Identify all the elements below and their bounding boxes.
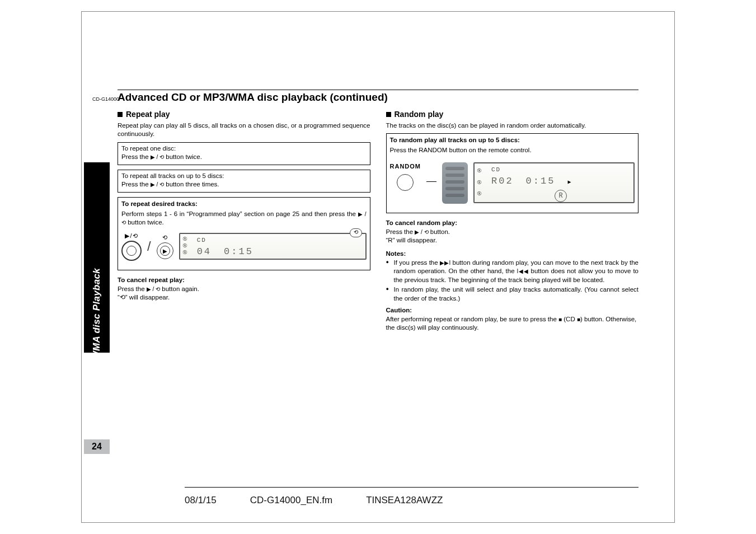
next-track-icon: ▶▶I: [440, 260, 450, 266]
side-tab: CD or MP3/WMA disc Playback: [84, 162, 110, 353]
footer-date: 08/1/15: [185, 495, 217, 506]
random-play-heading: Random play: [386, 109, 639, 120]
remote-button-illo: ⟲ ▶: [157, 233, 173, 260]
cancel-random-line1: Press the ▶ / ⟲ button.: [386, 228, 639, 237]
slash-separator: /: [147, 237, 151, 255]
repeat-all-head: To repeat all tracks on up to 5 discs:: [121, 172, 367, 181]
lcd-track: R02: [491, 175, 514, 188]
lcd-time: 0:15: [526, 175, 556, 188]
footer: 08/1/15 CD-G14000_EN.fm TINSEA128AWZZ: [185, 495, 638, 506]
repeat-one-body: Press the ▶ / ⟲ button twice.: [121, 153, 367, 162]
square-bullet-icon: [118, 112, 123, 117]
repeat-one-head: To repeat one disc:: [121, 144, 367, 153]
random-button-label: RANDOM: [390, 162, 421, 171]
ring-button-icon: ▶: [157, 242, 173, 259]
play-repeat-icon: ▶ / ⟲: [415, 229, 428, 235]
ring-button-icon: [121, 241, 142, 261]
random-play-title: Random play: [395, 109, 444, 120]
caution-heading: Caution:: [386, 306, 639, 315]
repeat-desired-box: To repeat desired tracks: Perform steps …: [118, 197, 370, 270]
title-bar: Advanced CD or MP3/WMA disc playback (co…: [118, 90, 638, 104]
random-box-head: To random play all tracks on up to 5 dis…: [390, 136, 635, 145]
lcd-display: ⦿⦿⦿ CD R02 0:15 ▶ R: [473, 162, 635, 203]
play-repeat-icon: ▶ / ⟲: [151, 154, 164, 160]
page-number: 24: [84, 439, 110, 454]
repeat-desired-body: Perform steps 1 - 6 in “Programmed play”…: [121, 210, 367, 227]
lcd-side-icons: ⦿⦿⦿: [477, 166, 488, 200]
random-box-body: Press the RANDOM button on the remote co…: [390, 146, 635, 155]
cancel-repeat-line2: “⟲” will disappear.: [118, 293, 370, 302]
square-bullet-icon: [386, 112, 391, 117]
repeat-glyph: ⟲: [162, 233, 168, 242]
cancel-repeat-line1: Press the ▶ / ⟲ button again.: [118, 285, 370, 294]
caution-text: After performing repeat or random play, …: [386, 315, 639, 332]
repeat-play-heading: Repeat play: [118, 109, 370, 120]
remote-control-icon: [442, 162, 468, 204]
model-id: CD-G14000: [92, 96, 119, 102]
lcd-time: 0:15: [224, 246, 253, 259]
lcd-display: ⟲ ⦿⦿⦿ CD 04 0:15: [179, 233, 367, 260]
lcd-track: 04: [197, 246, 212, 259]
connector-line: [426, 181, 436, 182]
repeat-desired-head: To repeat desired tracks:: [121, 200, 367, 209]
footer-file: CD-G14000_EN.fm: [250, 495, 332, 506]
random-indicator-icon: R: [555, 190, 567, 202]
lcd-side-icons: ⦿⦿⦿: [182, 236, 194, 256]
play-icon: ▶: [567, 179, 571, 186]
repeat-diagram: ▶/⟲ / ⟲ ▶ ⟲ ⦿⦿⦿ CD 04 0:15: [121, 232, 367, 261]
repeat-all-body: Press the ▶ / ⟲ button three times.: [121, 180, 367, 189]
notes-list: If you press the ▶▶I button during rando…: [386, 259, 639, 303]
play-repeat-icon: ▶ / ⟲: [147, 286, 160, 292]
footer-code: TINSEA128AWZZ: [366, 495, 443, 506]
cancel-random-line2: “R” will disappear.: [386, 236, 639, 245]
prev-track-icon: I◀◀: [517, 268, 529, 274]
repeat-intro: Repeat play can play all 5 discs, all tr…: [118, 121, 370, 139]
repeat-play-title: Repeat play: [126, 109, 170, 120]
notes-heading: Notes:: [386, 250, 639, 259]
left-column: Repeat play Repeat play can play all 5 d…: [118, 109, 370, 332]
manual-page: CD-G14000 Advanced CD or MP3/WMA disc pl…: [118, 90, 638, 332]
repeat-all-box: To repeat all tracks on up to 5 discs: P…: [118, 170, 370, 193]
cancel-random-head: To cancel random play:: [386, 219, 639, 228]
footer-rule: [185, 487, 638, 488]
right-column: Random play The tracks on the disc(s) ca…: [386, 109, 639, 332]
unit-button-illo: ▶/⟲: [121, 232, 142, 261]
note-item: In random play, the unit will select and…: [386, 285, 639, 303]
repeat-badge-icon: ⟲: [350, 228, 362, 237]
note-item: If you press the ▶▶I button during rando…: [386, 259, 639, 285]
random-button-icon: [397, 174, 414, 191]
random-box: To random play all tracks on up to 5 dis…: [386, 133, 639, 213]
play-repeat-icon: ▶ / ⟲: [151, 181, 164, 188]
page-title: Advanced CD or MP3/WMA disc playback (co…: [118, 91, 638, 104]
button-label: ▶/⟲: [125, 232, 138, 240]
lcd-cd-label: CD: [197, 236, 362, 245]
random-intro: The tracks on the disc(s) can be played …: [386, 121, 639, 130]
repeat-one-disc-box: To repeat one disc: Press the ▶ / ⟲ butt…: [118, 142, 370, 165]
side-tab-label: CD or MP3/WMA disc Playback: [91, 268, 102, 413]
lcd-cd-label: CD: [491, 166, 630, 174]
random-diagram: RANDOM ⦿⦿⦿ CD R02 0:15 ▶ R: [390, 162, 635, 204]
cancel-repeat-head: To cancel repeat play:: [118, 276, 370, 285]
